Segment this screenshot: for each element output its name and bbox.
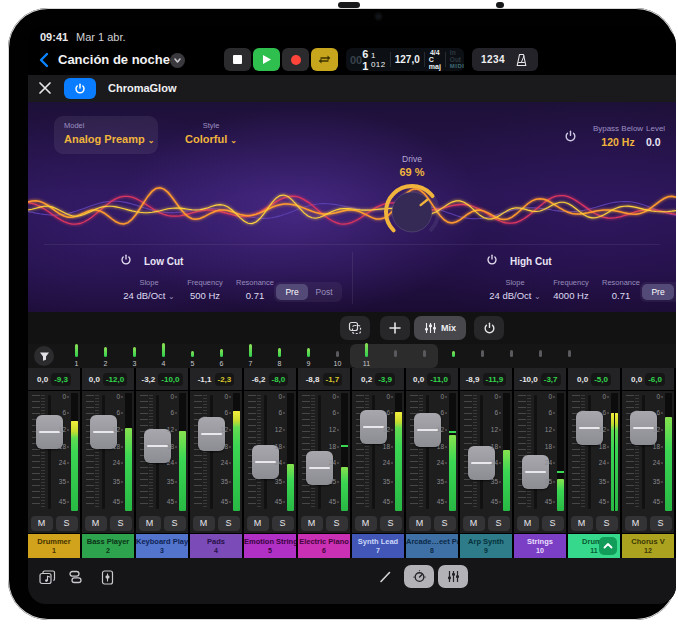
mute-button[interactable]: M	[193, 516, 215, 531]
mixer-power-button[interactable]	[474, 316, 504, 340]
mute-button[interactable]: M	[247, 516, 269, 531]
low-cut-power-icon[interactable]	[120, 254, 132, 266]
drive-knob[interactable]	[382, 182, 442, 242]
db-readout[interactable]: -8,9-11,9	[460, 368, 512, 390]
high-cut-post-button[interactable]: Post	[674, 284, 676, 300]
mute-button[interactable]: M	[301, 516, 323, 531]
db-readout[interactable]: -8,8-1,7	[298, 368, 350, 390]
low-cut-post-button[interactable]: Post	[308, 284, 340, 300]
copy-settings-button[interactable]	[340, 316, 370, 340]
metronome-icon[interactable]	[514, 53, 529, 67]
solo-button[interactable]: S	[380, 516, 402, 531]
track-name-label[interactable]: Keyboard Player3	[136, 534, 188, 558]
solo-button[interactable]: S	[272, 516, 294, 531]
track-name-label[interactable]: Drums11	[568, 534, 620, 558]
overview-track-tick[interactable]	[497, 344, 526, 368]
level-control[interactable]: Level 0.0	[646, 124, 676, 148]
overview-track-9[interactable]: 9	[294, 344, 323, 368]
collapse-summing-stack-button[interactable]	[599, 537, 617, 555]
solo-button[interactable]: S	[542, 516, 564, 531]
track-name-label[interactable]: Synth Lead7	[352, 534, 404, 558]
overview-track-tick[interactable]	[410, 344, 439, 368]
solo-button[interactable]: S	[596, 516, 618, 531]
db-readout[interactable]: 0,0-5,0	[568, 368, 620, 390]
db-readout[interactable]: -6,2-8,0	[244, 368, 296, 390]
overview-track-7[interactable]: 7	[236, 344, 265, 368]
record-button[interactable]	[282, 48, 309, 71]
mute-button[interactable]: M	[85, 516, 107, 531]
track-name-label[interactable]: Strings10	[514, 534, 566, 558]
add-plugin-button[interactable]	[380, 316, 410, 340]
smart-controls-button[interactable]	[404, 565, 434, 588]
solo-button[interactable]: S	[434, 516, 456, 531]
solo-button[interactable]: S	[56, 516, 78, 531]
db-readout[interactable]: 0,0-6,0	[622, 368, 674, 390]
stop-button[interactable]	[224, 48, 251, 71]
overview-track-tick[interactable]	[381, 344, 410, 368]
overview-track-10[interactable]: 10	[323, 344, 352, 368]
routing-button[interactable]	[66, 568, 84, 586]
mute-button[interactable]: M	[409, 516, 431, 531]
fader-view-button[interactable]	[98, 568, 116, 586]
mute-button[interactable]: M	[625, 516, 647, 531]
cycle-button[interactable]	[311, 48, 338, 71]
fader-track[interactable]	[102, 395, 105, 509]
overview-track-6[interactable]: 6	[207, 344, 236, 368]
bypass-power-icon[interactable]	[564, 130, 577, 143]
db-readout[interactable]: -1,1-2,3	[190, 368, 242, 390]
style-select[interactable]: Style Colorful ⌄	[176, 116, 246, 154]
solo-button[interactable]: S	[326, 516, 348, 531]
overview-track-1[interactable]: 1	[62, 344, 91, 368]
overview-track-8[interactable]: 8	[265, 344, 294, 368]
db-readout[interactable]: -10,0-3,7	[514, 368, 566, 390]
db-readout[interactable]: 0,0-9,3	[28, 368, 80, 390]
db-readout[interactable]: 0,0-11,0	[406, 368, 458, 390]
overview-track-tick[interactable]	[526, 344, 555, 368]
track-name-label[interactable]: Electric Piano6	[298, 534, 350, 558]
overview-track-3[interactable]: 3	[120, 344, 149, 368]
fader-track[interactable]	[210, 395, 213, 509]
solo-button[interactable]: S	[650, 516, 672, 531]
lcd-display[interactable]: 00 6 1 1 012 127,0 4/4 C maj In Out MIDI	[346, 48, 464, 71]
mix-view-button[interactable]: Mix	[414, 316, 466, 340]
solo-button[interactable]: S	[218, 516, 240, 531]
db-readout[interactable]: -3,2-10,0	[136, 368, 188, 390]
overview-track-4[interactable]: 4	[149, 344, 178, 368]
loop-browser-button[interactable]	[38, 568, 56, 586]
overview-track-tick[interactable]	[555, 344, 584, 368]
back-button[interactable]	[36, 50, 54, 70]
track-name-label[interactable]: Drummer1	[28, 534, 80, 558]
track-name-label[interactable]: Arp Synth9	[460, 534, 512, 558]
solo-button[interactable]: S	[488, 516, 510, 531]
low-cut-pre-button[interactable]: Pre	[276, 284, 308, 300]
overview-track-tick[interactable]	[468, 344, 497, 368]
overview-track-2[interactable]: 2	[91, 344, 120, 368]
bypass-below-control[interactable]: Bypass Below 120 Hz	[580, 124, 656, 148]
plugin-power-button[interactable]	[64, 78, 96, 99]
fader-track[interactable]	[48, 395, 51, 509]
high-cut-power-icon[interactable]	[486, 254, 498, 266]
mute-button[interactable]: M	[463, 516, 485, 531]
track-name-label[interactable]: Emotion Strings5	[244, 534, 296, 558]
db-readout[interactable]: 0,2-3,9	[352, 368, 404, 390]
pencil-tool-button[interactable]	[376, 568, 394, 586]
track-name-label[interactable]: Bass Player2	[82, 534, 134, 558]
track-name-label[interactable]: Chorus V12	[622, 534, 674, 558]
high-cut-pre-button[interactable]: Pre	[642, 284, 674, 300]
overview-track-tick[interactable]	[439, 344, 468, 368]
filter-button[interactable]	[34, 346, 54, 366]
close-icon[interactable]	[38, 81, 52, 95]
solo-button[interactable]: S	[164, 516, 186, 531]
count-in-button[interactable]: 1234	[481, 54, 505, 65]
song-menu-chevron[interactable]	[170, 53, 185, 68]
overview-track-5[interactable]: 5	[178, 344, 207, 368]
mute-button[interactable]: M	[31, 516, 53, 531]
mute-button[interactable]: M	[355, 516, 377, 531]
mute-button[interactable]: M	[517, 516, 539, 531]
model-select[interactable]: Model Analog Preamp ⌄	[54, 116, 158, 154]
play-button[interactable]	[253, 48, 280, 71]
mute-button[interactable]: M	[571, 516, 593, 531]
db-readout[interactable]: 0,0-12,0	[82, 368, 134, 390]
solo-button[interactable]: S	[110, 516, 132, 531]
mute-button[interactable]: M	[139, 516, 161, 531]
